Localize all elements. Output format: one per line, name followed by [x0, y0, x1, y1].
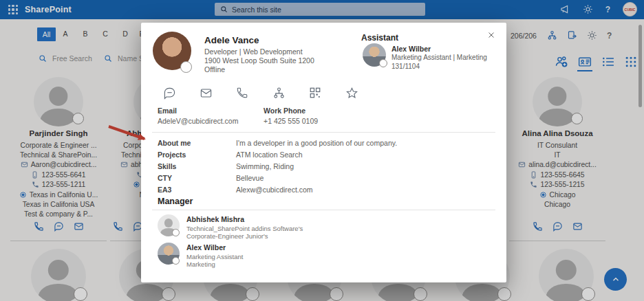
- profile-row-value: I'm a developer in a good position of ou…: [236, 139, 397, 147]
- field-value[interactable]: AdeleV@cubicdirect.com: [158, 117, 238, 125]
- profile-row-label: EA3: [158, 186, 233, 194]
- presence-badge: [172, 229, 180, 236]
- annotation-arrow: [102, 121, 158, 150]
- assistant-detail: 131/1104: [391, 63, 420, 70]
- profile-row-value: ATM location Search: [236, 150, 303, 159]
- presence-status: Offline: [204, 65, 225, 74]
- field-value[interactable]: +1 425 555 0109: [264, 117, 318, 125]
- org-chart-icon[interactable]: [267, 85, 290, 101]
- manager-heading: Manager: [158, 197, 193, 206]
- manager-name[interactable]: Abhishek Mishra: [186, 215, 244, 223]
- presence-badge: [172, 257, 180, 265]
- manager-line: Technical_SharePoint addins Software's: [186, 225, 303, 232]
- manager-line: Marketing: [186, 260, 215, 268]
- profile-row-value: Alexw@cubicdirect.com: [236, 186, 313, 194]
- profile-row-value: Swimming, Riding: [236, 162, 294, 170]
- presence-badge: [379, 59, 387, 67]
- manager-line: Corporate-Engineer Junior's: [186, 232, 268, 240]
- profile-card-modal: Adele Vance Developer | Web Development …: [141, 23, 506, 282]
- mail-icon[interactable]: [194, 85, 217, 101]
- divider: [152, 210, 495, 210]
- sharepoint-people-directory: SharePoint Search this site ? CUBIC All …: [0, 0, 644, 301]
- divider: [152, 132, 495, 133]
- profile-row-label: About me: [158, 139, 233, 147]
- assistant-title: Marketing Assistant | Marketing: [391, 54, 487, 61]
- profile-row-label: Projects: [158, 150, 233, 159]
- qr-code-icon[interactable]: [303, 85, 327, 101]
- assistant-heading: Assistant: [361, 33, 398, 43]
- chat-icon[interactable]: [158, 85, 181, 101]
- profile-name: Adele Vance: [204, 35, 259, 45]
- star-icon[interactable]: [340, 85, 363, 101]
- phone-icon[interactable]: [230, 85, 254, 101]
- manager-line: Marketing Assistant: [186, 253, 243, 260]
- profile-address: 1900 West Loop South Suite 1200: [204, 56, 314, 65]
- profile-actions: [158, 85, 363, 101]
- profile-row-value: Bellevue: [236, 174, 264, 182]
- profile-row-label: CTY: [158, 174, 233, 182]
- profile-row-label: Skills: [158, 162, 233, 170]
- assistant-name[interactable]: Alex Wilber: [391, 45, 431, 53]
- field-label: Work Phone: [264, 107, 305, 115]
- manager-name[interactable]: Alex Wilber: [186, 243, 226, 252]
- close-icon[interactable]: [487, 30, 495, 42]
- field-label: Email: [158, 107, 177, 115]
- profile-title: Developer | Web Development: [204, 47, 303, 56]
- presence-badge: [180, 61, 192, 73]
